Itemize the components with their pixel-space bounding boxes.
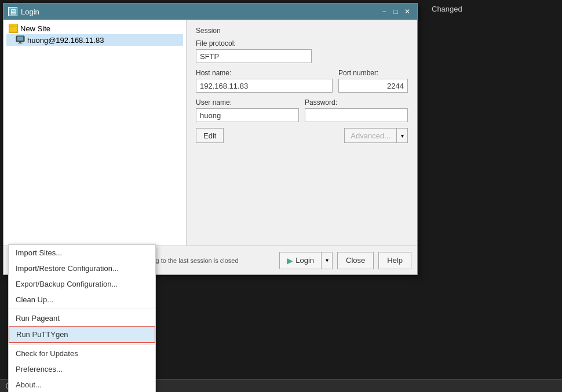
user-name-col: User name:	[196, 98, 299, 122]
login-button-group: ▶ Login ▾	[279, 252, 333, 269]
menu-item-import-sites[interactable]: Import Sites...	[9, 245, 155, 261]
dialog-title: Login	[21, 8, 39, 16]
menu-item-export-backup[interactable]: Export/Backup Configuration...	[9, 276, 155, 292]
menu-item-preferences[interactable]: Preferences...	[9, 361, 155, 377]
help-button[interactable]: Help	[378, 252, 411, 269]
menu-item-run-puttygen-label: Run PuTTYgen	[16, 330, 68, 339]
session-section-label: Session	[196, 27, 408, 35]
password-input[interactable]	[305, 108, 408, 122]
menu-item-import-restore-label: Import/Restore Configuration...	[16, 264, 119, 273]
port-number-col: Port number:	[338, 69, 408, 93]
login-dropdown-button[interactable]: ▾	[321, 252, 333, 269]
tools-dropdown-menu: Import Sites... Import/Restore Configura…	[8, 244, 156, 392]
maximize-button[interactable]: □	[391, 6, 401, 17]
login-icon: ▶	[287, 256, 293, 265]
host-name-input[interactable]	[196, 79, 333, 93]
port-number-label: Port number:	[338, 69, 408, 77]
host-port-row: Host name: Port number:	[196, 69, 408, 93]
site-tree-panel: New Site huong@192.168.11.83	[3, 20, 187, 274]
menu-item-export-backup-label: Export/Backup Configuration...	[16, 280, 118, 288]
edit-button[interactable]: Edit	[196, 128, 224, 143]
edit-button-row: Edit Advanced... ▾	[196, 128, 408, 143]
titlebar-app-icon: 🖥	[8, 7, 17, 16]
host-name-col: Host name:	[196, 69, 333, 93]
svg-rect-5	[19, 42, 21, 43]
menu-item-about-label: About...	[16, 380, 42, 389]
close-window-button[interactable]: ✕	[402, 6, 413, 17]
menu-item-check-updates-label: Check for Updates	[16, 349, 78, 358]
new-site-label: New Site	[20, 24, 50, 33]
svg-rect-6	[18, 43, 23, 43]
menu-item-about[interactable]: About...	[9, 377, 155, 392]
menu-item-run-pageant[interactable]: Run Pageant	[9, 310, 155, 326]
advanced-button-group: Advanced... ▾	[344, 128, 408, 143]
menu-item-run-puttygen[interactable]: Run PuTTYgen	[9, 326, 155, 343]
folder-icon	[9, 24, 18, 33]
dialog-body: New Site huong@192.168.11.83 Session Fil…	[3, 20, 417, 274]
user-password-row: User name: Password:	[196, 98, 408, 122]
password-col: Password:	[305, 98, 408, 122]
menu-item-preferences-label: Preferences...	[16, 365, 63, 373]
menu-divider-1	[9, 309, 155, 309]
svg-rect-4	[17, 36, 23, 41]
minimize-button[interactable]: −	[379, 6, 389, 17]
password-label: Password:	[305, 98, 408, 107]
login-label: Login	[295, 256, 314, 265]
menu-item-clean-up[interactable]: Clean Up...	[9, 292, 155, 307]
close-dialog-button[interactable]: Close	[337, 252, 374, 269]
file-protocol-group: File protocol:	[196, 39, 408, 63]
changed-label: Changed	[432, 5, 462, 13]
tree-item-huong-site[interactable]: huong@192.168.11.83	[6, 34, 183, 46]
menu-divider-2	[9, 344, 155, 345]
tree-item-new-site[interactable]: New Site	[6, 23, 183, 34]
menu-item-run-pageant-label: Run Pageant	[16, 314, 60, 323]
menu-item-import-sites-label: Import Sites...	[16, 248, 62, 257]
menu-item-clean-up-label: Clean Up...	[16, 295, 53, 304]
user-name-label: User name:	[196, 98, 299, 107]
host-name-label: Host name:	[196, 69, 333, 77]
file-protocol-input[interactable]	[196, 49, 312, 63]
huong-site-label: huong@192.168.11.83	[27, 36, 104, 45]
monitor-icon	[16, 35, 25, 45]
titlebar-left: 🖥 Login	[8, 7, 39, 16]
titlebar-controls: − □ ✕	[379, 6, 413, 17]
menu-item-check-updates[interactable]: Check for Updates	[9, 346, 155, 361]
svg-rect-2	[10, 25, 12, 27]
login-dialog: 🖥 Login − □ ✕ New Site	[3, 3, 418, 275]
user-name-input[interactable]	[196, 108, 299, 122]
port-number-input[interactable]	[338, 79, 408, 93]
advanced-button[interactable]: Advanced...	[344, 128, 396, 143]
advanced-dropdown-button[interactable]: ▾	[396, 128, 408, 143]
file-protocol-label: File protocol:	[196, 39, 408, 47]
login-main-button[interactable]: ▶ Login	[279, 252, 321, 269]
dialog-titlebar: 🖥 Login − □ ✕	[3, 3, 417, 20]
menu-item-import-restore[interactable]: Import/Restore Configuration...	[9, 261, 155, 276]
session-panel: Session File protocol: Host name: Port n…	[187, 20, 417, 274]
